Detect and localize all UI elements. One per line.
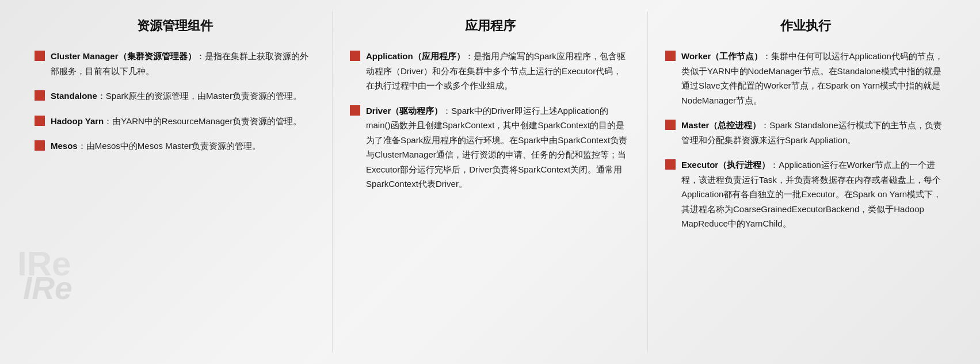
bullet-text: Application（应用程序）：是指用户编写的Spark应用程序，包含驱动程… (366, 49, 630, 93)
bullet-list-application: Application（应用程序）：是指用户编写的Spark应用程序，包含驱动程… (350, 49, 630, 191)
list-item: Mesos：由Mesos中的Mesos Master负责资源的管理。 (35, 139, 315, 154)
bullet-square-icon (665, 159, 676, 170)
bullet-text: Cluster Manager（集群资源管理器）：是指在集群上获取资源的外部服务… (51, 49, 315, 78)
list-item: Standalone：Spark原生的资源管理，由Master负责资源的管理。 (35, 89, 315, 104)
bullet-square-icon (350, 105, 360, 116)
bullet-text: Standalone：Spark原生的资源管理，由Master负责资源的管理。 (51, 89, 315, 104)
bullet-text: Worker（工作节点）：集群中任何可以运行Application代码的节点，类… (681, 49, 945, 108)
column-title-application: 应用程序 (350, 17, 630, 37)
bullet-list-resource-management: Cluster Manager（集群资源管理器）：是指在集群上获取资源的外部服务… (35, 49, 315, 154)
bullet-text: Driver（驱动程序）：Spark中的Driver即运行上述Applicati… (366, 104, 630, 191)
bullet-text: Hadoop Yarn：由YARN中的ResourceManager负责资源的管… (51, 114, 315, 129)
column-application: 应用程序Application（应用程序）：是指用户编写的Spark应用程序，包… (333, 12, 648, 352)
columns-container: 资源管理组件Cluster Manager（集群资源管理器）：是指在集群上获取资… (17, 12, 963, 352)
list-item: Hadoop Yarn：由YARN中的ResourceManager负责资源的管… (35, 114, 315, 129)
bullet-text: Master（总控进程）：Spark Standalone运行模式下的主节点，负… (681, 118, 945, 147)
bullet-list-job-execution: Worker（工作节点）：集群中任何可以运行Application代码的节点，类… (665, 49, 945, 231)
list-item: Application（应用程序）：是指用户编写的Spark应用程序，包含驱动程… (350, 49, 630, 93)
bullet-square-icon (665, 120, 676, 130)
bullet-square-icon (35, 90, 45, 101)
column-title-job-execution: 作业执行 (665, 17, 945, 37)
bullet-square-icon (350, 51, 360, 61)
list-item: Worker（工作节点）：集群中任何可以运行Application代码的节点，类… (665, 49, 945, 108)
list-item: Executor（执行进程）：Application运行在Worker节点上的一… (665, 158, 945, 231)
bullet-text: Mesos：由Mesos中的Mesos Master负责资源的管理。 (51, 139, 315, 154)
column-title-resource-management: 资源管理组件 (35, 17, 315, 37)
bullet-square-icon (665, 51, 676, 61)
bullet-square-icon (35, 140, 45, 151)
bullet-text: Executor（执行进程）：Application运行在Worker节点上的一… (681, 158, 945, 231)
list-item: Cluster Manager（集群资源管理器）：是指在集群上获取资源的外部服务… (35, 49, 315, 78)
bullet-square-icon (35, 116, 45, 126)
bullet-square-icon (35, 51, 45, 61)
column-resource-management: 资源管理组件Cluster Manager（集群资源管理器）：是指在集群上获取资… (17, 12, 333, 352)
page-wrapper: IRe 资源管理组件Cluster Manager（集群资源管理器）：是指在集群… (0, 0, 980, 364)
column-job-execution: 作业执行Worker（工作节点）：集群中任何可以运行Application代码的… (648, 12, 963, 352)
list-item: Driver（驱动程序）：Spark中的Driver即运行上述Applicati… (350, 104, 630, 191)
list-item: Master（总控进程）：Spark Standalone运行模式下的主节点，负… (665, 118, 945, 147)
